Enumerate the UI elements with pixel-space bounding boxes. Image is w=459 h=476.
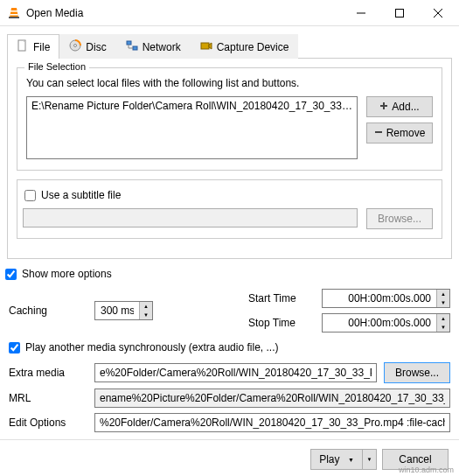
maximize-button[interactable] xyxy=(380,0,419,25)
list-item[interactable]: E:\Rename Picture Folder\Camera Roll\WIN… xyxy=(28,98,356,114)
cancel-label: Cancel xyxy=(399,453,431,466)
file-selection-legend: File Selection xyxy=(24,61,89,72)
extra-media-browse-button[interactable]: Browse... xyxy=(384,362,450,383)
add-button-label: Add... xyxy=(392,101,419,113)
play-dropdown[interactable]: ▼ xyxy=(363,449,377,470)
mrl-label: MRL xyxy=(9,392,87,404)
plus-icon xyxy=(379,101,388,113)
remove-button[interactable]: Remove xyxy=(366,122,433,144)
file-icon xyxy=(17,39,29,54)
chevron-down-icon[interactable]: ▼ xyxy=(437,323,449,332)
disc-icon xyxy=(69,39,81,54)
stop-time-input[interactable]: ▲▼ xyxy=(322,313,450,332)
caching-label: Caching xyxy=(9,304,87,317)
file-list[interactable]: E:\Rename Picture Folder\Camera Roll\WIN… xyxy=(26,96,358,159)
mrl-input[interactable] xyxy=(94,388,450,408)
edit-options-input[interactable] xyxy=(94,413,450,432)
tab-disc-label: Disc xyxy=(86,41,106,53)
play-another-label: Play another media synchronously (extra … xyxy=(25,341,278,354)
edit-options-label: Edit Options xyxy=(9,416,87,429)
chevron-down-icon[interactable]: ▼ xyxy=(140,311,152,319)
tab-capture[interactable]: Capture Device xyxy=(191,34,299,59)
stop-time-label: Stop Time xyxy=(248,317,315,329)
tab-capture-label: Capture Device xyxy=(217,41,289,53)
svg-rect-1 xyxy=(10,10,17,12)
extra-browse-label: Browse... xyxy=(395,367,439,379)
play-label: Play xyxy=(319,453,339,466)
subtitle-browse-label: Browse... xyxy=(378,213,421,225)
show-more-label: Show more options xyxy=(22,268,112,280)
tab-network[interactable]: Network xyxy=(116,34,191,59)
add-button[interactable]: Add... xyxy=(366,96,433,117)
minimize-button[interactable] xyxy=(342,0,380,25)
stop-time-value[interactable] xyxy=(323,314,436,332)
start-time-value[interactable] xyxy=(323,290,436,307)
file-selection-group: File Selection You can select local file… xyxy=(17,67,442,171)
subtitle-label: Use a subtitle file xyxy=(41,189,121,201)
remove-button-label: Remove xyxy=(386,127,426,139)
subtitle-checkbox[interactable] xyxy=(24,190,36,201)
chevron-up-icon[interactable]: ▲ xyxy=(437,290,449,298)
tab-disc[interactable]: Disc xyxy=(59,34,115,59)
chevron-down-icon[interactable]: ▼ xyxy=(437,298,449,307)
minus-icon xyxy=(374,127,383,139)
svg-marker-0 xyxy=(10,8,18,18)
tab-file-label: File xyxy=(33,41,50,53)
play-button[interactable]: Play ▼ ▼ xyxy=(310,449,377,470)
start-time-input[interactable]: ▲▼ xyxy=(322,289,450,308)
tab-network-label: Network xyxy=(143,41,181,53)
chevron-down-icon: ▼ xyxy=(348,457,354,463)
svg-point-11 xyxy=(74,45,77,47)
capture-icon xyxy=(200,39,212,54)
chevron-up-icon[interactable]: ▲ xyxy=(140,302,152,311)
svg-rect-13 xyxy=(133,46,137,50)
watermark: win10.adm.com xyxy=(399,466,454,474)
chevron-up-icon[interactable]: ▲ xyxy=(437,314,449,323)
close-button[interactable] xyxy=(419,0,457,25)
svg-rect-5 xyxy=(396,9,404,17)
extra-media-input[interactable] xyxy=(94,363,377,382)
play-another-checkbox[interactable] xyxy=(9,342,20,354)
subtitle-browse-button: Browse... xyxy=(366,208,433,229)
svg-rect-3 xyxy=(9,17,19,18)
svg-rect-12 xyxy=(127,41,131,45)
network-icon xyxy=(126,39,138,54)
svg-rect-16 xyxy=(201,43,209,49)
svg-rect-2 xyxy=(10,14,18,16)
extra-media-label: Extra media xyxy=(9,367,87,379)
subtitle-input xyxy=(23,208,358,228)
tab-file[interactable]: File xyxy=(7,34,59,59)
caching-value[interactable] xyxy=(95,302,139,319)
vlc-icon xyxy=(7,6,21,20)
start-time-label: Start Time xyxy=(248,292,315,304)
subtitle-group: Use a subtitle file Browse... xyxy=(17,179,442,239)
file-selection-desc: You can select local files with the foll… xyxy=(26,77,433,89)
show-more-checkbox[interactable] xyxy=(5,269,17,280)
caching-input[interactable]: ▲▼ xyxy=(94,301,153,320)
window-title: Open Media xyxy=(26,7,342,19)
